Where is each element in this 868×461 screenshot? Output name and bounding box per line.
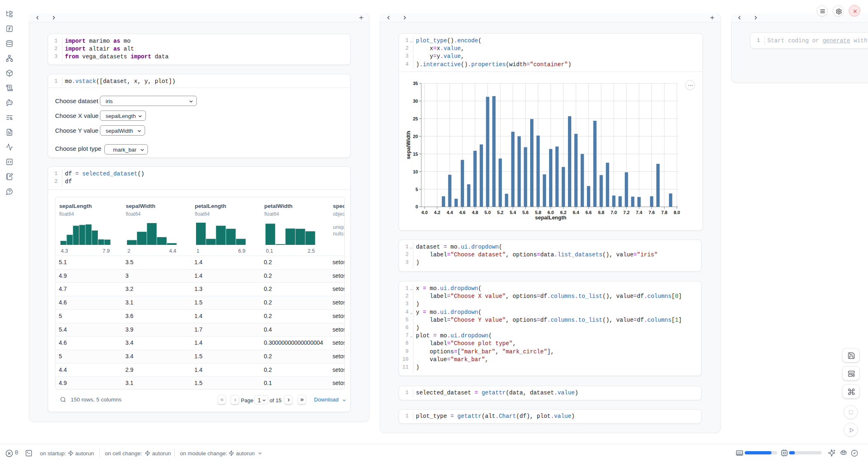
- svg-text:6.8: 6.8: [598, 210, 604, 215]
- svg-text:10: 10: [413, 169, 418, 174]
- svg-text:20: 20: [413, 134, 418, 139]
- svg-text:8.0: 8.0: [674, 210, 680, 215]
- svg-text:4.0: 4.0: [421, 210, 427, 215]
- svg-text:sepalWidth: sepalWidth: [405, 131, 411, 159]
- svg-text:7.0: 7.0: [611, 210, 617, 215]
- svg-text:5: 5: [416, 187, 418, 192]
- svg-text:35: 35: [413, 81, 418, 86]
- svg-text:5.4: 5.4: [510, 210, 516, 215]
- svg-text:4.8: 4.8: [472, 210, 478, 215]
- svg-text:5.2: 5.2: [497, 210, 503, 215]
- svg-text:7.2: 7.2: [623, 210, 630, 215]
- svg-text:4.4: 4.4: [447, 210, 453, 215]
- svg-text:5.6: 5.6: [522, 210, 529, 215]
- svg-text:sepalLength: sepalLength: [535, 214, 567, 221]
- svg-text:7.8: 7.8: [661, 210, 667, 215]
- svg-text:6.4: 6.4: [573, 210, 579, 215]
- svg-text:0: 0: [416, 204, 418, 209]
- svg-text:4.6: 4.6: [459, 210, 465, 215]
- svg-text:15: 15: [413, 152, 418, 157]
- svg-text:4.2: 4.2: [434, 210, 440, 215]
- svg-text:30: 30: [413, 99, 418, 104]
- svg-text:5.0: 5.0: [485, 210, 491, 215]
- svg-text:6.6: 6.6: [585, 210, 591, 215]
- svg-text:25: 25: [413, 116, 418, 121]
- svg-text:7.4: 7.4: [636, 210, 642, 215]
- svg-text:7.6: 7.6: [649, 210, 655, 215]
